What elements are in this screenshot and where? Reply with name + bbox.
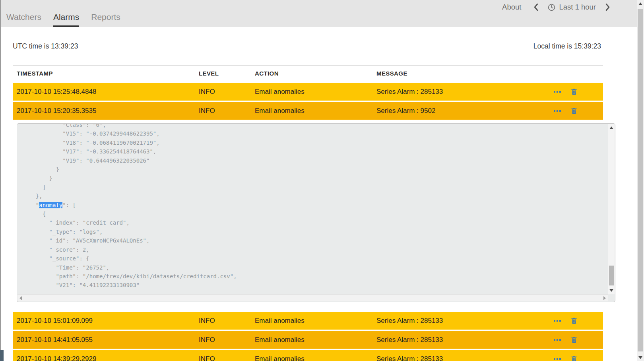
row-actions [554, 107, 603, 114]
alarm-message: Series Alarm : 9502 [376, 107, 554, 115]
scroll-down-icon[interactable] [609, 289, 613, 292]
alarm-timestamp: 2017-10-10 15:01:09.099 [17, 317, 199, 325]
timepicker-button[interactable]: Last 1 hour [548, 3, 596, 12]
time-next-button[interactable] [605, 4, 610, 11]
top-nav-band: Watchers Alarms Reports About Last 1 hou… [0, 0, 644, 27]
main-tabs: Watchers Alarms Reports [6, 12, 120, 27]
alarm-timestamp: 2017-10-10 15:20:35.3535 [17, 107, 199, 115]
alarm-action: Email anomalies [255, 88, 376, 96]
trash-icon [571, 107, 577, 114]
local-time-text: Local time is 15:39:23 [533, 42, 601, 50]
table-header-row: TIMESTAMP LEVEL ACTION MESSAGE [13, 65, 603, 81]
json-after-selection: ": [ { "_index": "credit_card", "_type":… [29, 202, 237, 289]
clock-row: UTC time is 13:39:23 Local time is 15:39… [13, 42, 601, 50]
alarm-action: Email anomalies [255, 107, 376, 115]
row-actions [554, 355, 603, 361]
about-link[interactable]: About [502, 3, 521, 12]
alarm-message: Series Alarm : 285133 [376, 317, 554, 325]
window-left-border [0, 0, 1, 350]
alarm-level: INFO [199, 107, 255, 115]
column-header-action: ACTION [255, 70, 376, 77]
alarm-payload-json[interactable]: "Class": "0", "V15": "-0.037429944862239… [17, 124, 607, 294]
alarm-action: Email anomalies [255, 355, 376, 361]
row-actions [554, 336, 603, 343]
delete-alarm-button[interactable] [571, 336, 577, 343]
table-row[interactable]: 2017-10-10 15:01:09.099 INFO Email anoma… [13, 312, 603, 330]
alarm-level: INFO [199, 317, 255, 325]
more-details-icon[interactable] [554, 110, 561, 112]
tab-reports[interactable]: Reports [91, 12, 120, 27]
timepicker-label: Last 1 hour [559, 3, 596, 12]
trash-icon [571, 317, 577, 324]
scroll-up-icon[interactable] [609, 126, 613, 129]
time-prev-button[interactable] [534, 4, 538, 11]
column-header-timestamp: TIMESTAMP [17, 70, 199, 77]
clock-icon [548, 4, 555, 11]
table-row[interactable]: 2017-10-10 14:39:29.2929 INFO Email anom… [13, 350, 603, 361]
trash-icon [571, 88, 577, 95]
scroll-left-icon[interactable] [19, 296, 22, 300]
table-row[interactable]: 2017-10-10 15:25:48.4848 INFO Email anom… [13, 83, 603, 101]
nav-right-group: About Last 1 hour [502, 3, 610, 12]
alarm-timestamp: 2017-10-10 15:25:48.4848 [17, 88, 199, 96]
alarm-action: Email anomalies [255, 317, 376, 325]
alarm-timestamp: 2017-10-10 14:39:29.2929 [17, 355, 199, 361]
tab-watchers[interactable]: Watchers [6, 12, 41, 27]
alarm-level: INFO [199, 88, 255, 96]
row-actions [554, 317, 603, 324]
more-details-icon[interactable] [554, 358, 561, 360]
json-before-selection: "Class": "0", "V15": "-0.037429944862239… [29, 124, 160, 208]
page-scrollbar[interactable] [637, 0, 644, 361]
alarms-page: Watchers Alarms Reports About Last 1 hou… [0, 0, 644, 361]
more-details-icon[interactable] [554, 91, 561, 93]
chevron-left-icon [534, 4, 538, 11]
chevron-right-icon [605, 4, 610, 11]
trash-icon [571, 336, 577, 343]
delete-alarm-button[interactable] [571, 107, 577, 114]
json-selected-text: anomaly [39, 202, 62, 208]
payload-horizontal-scrollbar[interactable] [17, 294, 608, 301]
alarm-payload-panel: "Class": "0", "V15": "-0.037429944862239… [17, 123, 615, 302]
bottom-left-panel-edge [0, 350, 4, 361]
trash-icon [571, 355, 577, 361]
scroll-right-icon[interactable] [603, 296, 606, 300]
utc-time-text: UTC time is 13:39:23 [13, 42, 78, 50]
alarm-action: Email anomalies [255, 336, 376, 344]
alarm-message: Series Alarm : 285133 [376, 88, 554, 96]
page-scroll-down-icon[interactable] [638, 356, 642, 359]
more-details-icon[interactable] [554, 339, 561, 341]
json-code: "Class": "0", "V15": "-0.037429944862239… [17, 124, 607, 290]
tab-alarms[interactable]: Alarms [53, 12, 79, 27]
column-header-level: LEVEL [199, 70, 255, 77]
alarms-table: TIMESTAMP LEVEL ACTION MESSAGE 2017-10-1… [13, 65, 603, 361]
delete-alarm-button[interactable] [571, 355, 577, 361]
more-details-icon[interactable] [554, 320, 561, 322]
alarm-message: Series Alarm : 285133 [376, 355, 554, 361]
payload-vertical-scrollbar[interactable] [608, 124, 615, 294]
alarm-level: INFO [199, 355, 255, 361]
page-scroll-up-icon[interactable] [638, 2, 642, 5]
delete-alarm-button[interactable] [571, 88, 577, 95]
page-scroll-thumb[interactable] [638, 9, 643, 351]
row-actions [554, 88, 603, 95]
column-header-message: MESSAGE [376, 70, 603, 77]
table-row[interactable]: 2017-10-10 14:41:05.055 INFO Email anoma… [13, 331, 603, 349]
alarm-level: INFO [199, 336, 255, 344]
table-row[interactable]: 2017-10-10 15:20:35.3535 INFO Email anom… [13, 102, 603, 120]
alarm-message: Series Alarm : 285133 [376, 336, 554, 344]
delete-alarm-button[interactable] [571, 317, 577, 324]
vertical-scroll-thumb[interactable] [609, 266, 614, 285]
alarm-timestamp: 2017-10-10 14:41:05.055 [17, 336, 199, 344]
